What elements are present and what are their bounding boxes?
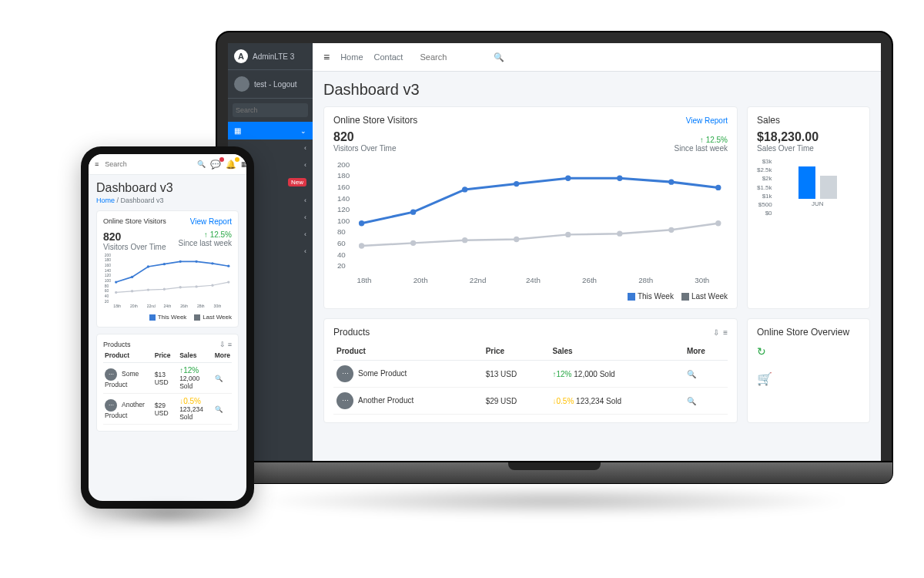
top-search-input[interactable] — [417, 49, 494, 65]
svg-point-25 — [715, 220, 721, 226]
svg-point-57 — [211, 284, 213, 287]
nav-contact[interactable]: Contact — [374, 52, 403, 62]
sidebar-search-input[interactable] — [233, 103, 308, 117]
menu-icon[interactable]: ≡ — [323, 51, 330, 63]
svg-text:20th: 20th — [413, 276, 428, 284]
svg-text:18th: 18th — [357, 276, 371, 284]
svg-text:28th: 28th — [638, 276, 653, 284]
table-row: ⋯Some Product $13 USD ↑12%12,000 Sold 🔍 — [103, 363, 232, 394]
refresh-icon[interactable]: ↻ — [757, 345, 860, 358]
product-icon: ⋯ — [336, 392, 353, 409]
download-icon[interactable]: ⇩ — [713, 328, 719, 337]
svg-text:30th: 30th — [695, 276, 709, 284]
svg-text:40: 40 — [105, 294, 109, 298]
badge-new: New — [288, 178, 306, 187]
svg-text:28th: 28th — [197, 304, 205, 308]
menu-icon[interactable]: ≡ — [95, 160, 99, 168]
phone-mockup: ≡ 🔍 💬 🔔 ▦ Dashboard v3 Home / Dashboard … — [81, 146, 254, 509]
view-report-link[interactable]: View Report — [190, 217, 232, 226]
svg-point-46 — [163, 263, 166, 265]
view-report-link[interactable]: View Report — [686, 116, 728, 125]
sales-bar-a — [798, 166, 815, 199]
svg-text:60: 60 — [105, 288, 109, 293]
sales-value: $18,230.00 — [757, 130, 860, 144]
svg-point-54 — [163, 288, 166, 291]
chat-icon[interactable]: 💬 — [210, 160, 221, 170]
cart-icon[interactable]: 🛒 — [757, 371, 860, 386]
visitors-value: 820 — [333, 130, 397, 144]
svg-point-50 — [227, 265, 229, 267]
search-icon[interactable]: 🔍 — [215, 405, 223, 413]
svg-point-15 — [617, 176, 622, 181]
svg-text:22nd: 22nd — [470, 276, 487, 284]
brand[interactable]: A AdminLTE 3 — [228, 43, 313, 70]
page-title: Dashboard v3 — [323, 81, 870, 99]
svg-text:22nd: 22nd — [147, 304, 156, 308]
grid-icon[interactable]: ▦ — [241, 160, 246, 168]
top-search[interactable]: 🔍 — [417, 49, 504, 65]
sales-bar-b — [820, 176, 837, 199]
bell-icon[interactable]: 🔔 — [226, 160, 236, 170]
svg-point-51 — [115, 291, 117, 294]
svg-text:180: 180 — [337, 171, 350, 180]
svg-text:140: 140 — [105, 268, 112, 273]
visitors-card: Online Store Visitors View Report 820 Vi… — [323, 106, 738, 309]
download-icon[interactable]: ⇩ — [219, 341, 226, 348]
svg-text:80: 80 — [105, 284, 109, 288]
svg-text:18th: 18th — [113, 304, 121, 308]
search-icon[interactable]: 🔍 — [687, 370, 696, 378]
topbar: ≡ Home Contact 🔍 — [313, 43, 881, 72]
svg-point-18 — [359, 243, 364, 248]
visitors-title: Online Store Visitors — [333, 115, 417, 126]
nav-home[interactable]: Home — [340, 52, 363, 62]
svg-text:160: 160 — [337, 183, 350, 191]
menu-dots-icon[interactable]: ≡ — [723, 328, 728, 337]
arrow-up-icon: ↑ — [700, 136, 704, 144]
svg-text:100: 100 — [337, 217, 350, 225]
search-icon[interactable]: 🔍 — [494, 52, 504, 62]
svg-point-16 — [668, 179, 674, 184]
svg-text:20th: 20th — [130, 304, 138, 308]
svg-point-13 — [514, 181, 519, 187]
table-row: ⋯Another Product $29 USD ↓0.5%123,234 So… — [103, 394, 232, 425]
svg-point-10 — [359, 220, 364, 226]
menu-dots-icon[interactable]: ≡ — [228, 341, 232, 348]
products-card: Products ⇩ ≡ Product Price S — [323, 318, 738, 423]
phone-search-input[interactable] — [103, 159, 192, 170]
svg-point-23 — [617, 231, 622, 237]
svg-point-14 — [565, 176, 571, 181]
table-row: ⋯Another Product $29 USD ↓0.5% 123,234 S… — [333, 388, 728, 415]
svg-text:200: 200 — [105, 253, 112, 257]
svg-point-11 — [410, 209, 416, 214]
sidebar-item-dashboard[interactable]: ▦ ⌄ — [228, 122, 313, 139]
sidebar-search[interactable] — [228, 99, 313, 122]
search-icon[interactable]: 🔍 — [687, 397, 696, 405]
svg-point-52 — [131, 290, 133, 292]
avatar — [234, 76, 249, 92]
table-row: ⋯Some Product $13 USD ↑12% 12,000 Sold 🔍 — [333, 361, 728, 388]
phone-visitors-chart: 20018016014012010080604020 18th20th22nd2… — [103, 251, 232, 309]
visitors-legend: This Week Last Week — [333, 292, 728, 301]
chevron-left-icon: ‹ — [304, 144, 306, 152]
search-icon[interactable]: 🔍 — [197, 160, 206, 168]
breadcrumb-home[interactable]: Home — [96, 197, 115, 204]
search-icon[interactable]: 🔍 — [215, 375, 223, 382]
svg-point-12 — [462, 187, 467, 192]
svg-point-44 — [131, 276, 133, 278]
laptop-mockup: A AdminLTE 3 test - Logout ▦ ⌄ ‹ ‹ New 6… — [216, 31, 893, 493]
svg-point-17 — [715, 185, 721, 190]
svg-point-19 — [410, 240, 416, 246]
svg-text:120: 120 — [105, 273, 112, 277]
svg-text:140: 140 — [337, 194, 350, 203]
phone-visitors-card: Online Store Visitors View Report 820 Vi… — [96, 210, 239, 328]
svg-text:20: 20 — [105, 299, 109, 304]
svg-text:26th: 26th — [180, 304, 188, 308]
sales-bars — [775, 160, 860, 199]
svg-text:160: 160 — [105, 263, 112, 267]
visitors-pct: ↑ 12.5% — [675, 136, 728, 144]
sidebar-user[interactable]: test - Logout — [228, 70, 313, 99]
svg-point-56 — [195, 285, 197, 287]
products-title: Products — [333, 327, 370, 338]
products-table: Product Price Sales More ⋯Some Product $… — [333, 342, 728, 415]
breadcrumb: Home / Dashboard v3 — [96, 197, 239, 204]
